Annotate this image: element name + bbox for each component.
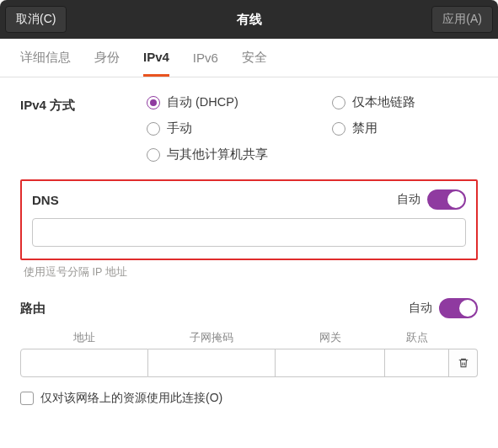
tab-ipv6[interactable]: IPv6 [193, 40, 218, 75]
col-address: 地址 [20, 327, 148, 349]
dns-auto-switch[interactable] [427, 189, 466, 210]
routes-title: 路由 [20, 301, 46, 317]
routes-auto-label: 自动 [409, 301, 432, 316]
ipv4-method-section: IPv4 方式 自动 (DHCP) 仅本地链路 手动 禁用 与其他计算机共享 [20, 94, 478, 163]
radio-manual[interactable]: 手动 [147, 120, 315, 136]
radio-label: 仅本地链路 [352, 94, 415, 110]
radio-icon [147, 96, 160, 109]
route-netmask-input[interactable] [148, 349, 276, 377]
radio-label: 手动 [167, 120, 192, 136]
route-address-input[interactable] [20, 349, 148, 377]
only-resources-checkbox[interactable]: 仅对该网络上的资源使用此连接(O) [20, 391, 478, 406]
tab-details[interactable]: 详细信息 [20, 40, 71, 76]
dns-helper-text: 使用逗号分隔 IP 地址 [20, 265, 478, 280]
table-row [20, 349, 478, 377]
routes-table: 地址 子网掩码 网关 跃点 [20, 327, 478, 377]
radio-auto-dhcp[interactable]: 自动 (DHCP) [147, 94, 315, 110]
tab-security[interactable]: 安全 [242, 40, 267, 76]
dns-section: DNS 自动 [20, 179, 478, 260]
tab-ipv4[interactable]: IPv4 [143, 40, 169, 77]
dns-input[interactable] [32, 218, 466, 247]
route-gateway-input[interactable] [276, 349, 385, 377]
radio-shared[interactable]: 与其他计算机共享 [147, 147, 315, 163]
trash-icon [458, 357, 469, 369]
window-title: 有线 [237, 12, 262, 28]
radio-label: 自动 (DHCP) [167, 94, 238, 110]
radio-link-local[interactable]: 仅本地链路 [332, 94, 415, 110]
routes-auto-switch[interactable] [439, 298, 478, 318]
only-resources-label: 仅对该网络上的资源使用此连接(O) [40, 391, 222, 406]
radio-icon [147, 148, 160, 162]
radio-disable[interactable]: 禁用 [332, 120, 415, 136]
cancel-button[interactable]: 取消(C) [5, 6, 67, 33]
dns-title: DNS [32, 193, 59, 207]
ipv4-method-label: IPv4 方式 [20, 94, 147, 114]
radio-icon [332, 96, 345, 109]
route-delete-button[interactable] [449, 349, 478, 377]
tab-identity[interactable]: 身份 [94, 40, 120, 76]
route-metric-input[interactable] [385, 349, 449, 377]
content-area: IPv4 方式 自动 (DHCP) 仅本地链路 手动 禁用 与其他计算机共享 [0, 77, 498, 448]
col-gateway: 网关 [276, 327, 385, 349]
tab-bar: 详细信息 身份 IPv4 IPv6 安全 [0, 39, 498, 77]
checkbox-icon [20, 392, 34, 405]
dns-auto-label: 自动 [397, 192, 420, 207]
radio-label: 禁用 [352, 120, 378, 136]
apply-button[interactable]: 应用(A) [431, 6, 493, 33]
col-netmask: 子网掩码 [148, 327, 276, 349]
radio-icon [332, 122, 345, 136]
ipv4-method-options: 自动 (DHCP) 仅本地链路 手动 禁用 与其他计算机共享 [147, 94, 415, 163]
titlebar: 取消(C) 有线 应用(A) [0, 0, 498, 39]
radio-label: 与其他计算机共享 [167, 147, 268, 163]
col-metric: 跃点 [385, 327, 449, 349]
radio-icon [147, 122, 160, 136]
routes-section: 路由 自动 地址 子网掩码 网关 跃点 [20, 298, 478, 406]
